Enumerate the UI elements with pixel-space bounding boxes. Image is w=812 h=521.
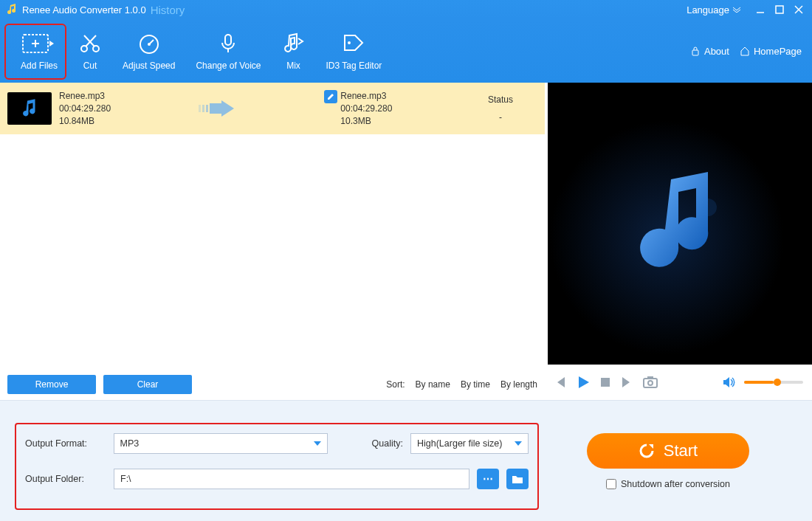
sort-by-name[interactable]: By name: [416, 379, 450, 390]
about-link[interactable]: About: [690, 46, 729, 57]
mix-label: Mix: [286, 61, 300, 71]
svg-rect-21: [210, 103, 221, 114]
svg-rect-20: [206, 105, 208, 112]
app-title: Renee Audio Converter 1.0.0: [22, 4, 146, 15]
svg-rect-14: [225, 35, 231, 45]
svg-point-26: [648, 381, 653, 385]
dest-filename: Renee.mp3: [340, 90, 392, 103]
dest-file-info: Renee.mp3 00:04:29.280 10.3MB: [340, 90, 392, 128]
arrow-icon: [182, 97, 253, 120]
chevron-down-icon: [314, 441, 321, 446]
quality-value: High(Larger file size): [417, 438, 502, 449]
svg-point-13: [148, 43, 151, 46]
id3-label: ID3 Tag Editor: [326, 61, 382, 71]
chevron-down-icon: [515, 441, 522, 446]
minimize-button[interactable]: [753, 2, 768, 17]
history-link[interactable]: History: [151, 4, 185, 16]
output-folder-input[interactable]: F:\: [114, 469, 469, 489]
status-value: -: [499, 112, 502, 123]
refresh-icon: [639, 443, 655, 459]
file-thumbnail: [7, 92, 52, 125]
svg-rect-1: [776, 6, 783, 13]
adjust-speed-label: Adjust Speed: [123, 61, 175, 71]
svg-rect-24: [601, 378, 610, 387]
scissors-icon: [78, 31, 102, 56]
svg-rect-17: [692, 50, 698, 55]
mix-icon: [282, 31, 306, 56]
filmstrip-add-icon: [21, 31, 57, 56]
file-row[interactable]: Renee.mp3 00:04:29.280 10.84MB Renee.mp3…: [0, 83, 545, 134]
source-file-info: Renee.mp3 00:04:29.280 10.84MB: [59, 90, 111, 128]
output-format-label: Output Format:: [25, 438, 106, 449]
start-button[interactable]: Start: [587, 433, 749, 469]
snapshot-button[interactable]: [642, 376, 658, 389]
change-voice-label: Change of Voice: [196, 61, 261, 71]
app-icon: [6, 4, 18, 15]
shutdown-checkbox-row[interactable]: Shutdown after conversion: [606, 479, 730, 489]
edit-icon[interactable]: [324, 90, 337, 103]
volume-slider[interactable]: [744, 381, 803, 384]
lock-icon: [690, 46, 701, 56]
maximize-button[interactable]: [772, 2, 787, 17]
adjust-speed-button[interactable]: Adjust Speed: [112, 19, 185, 83]
quality-select[interactable]: High(Larger file size): [410, 433, 529, 454]
homepage-label: HomePage: [754, 46, 802, 57]
next-button[interactable]: [620, 376, 633, 389]
remove-button[interactable]: Remove: [7, 375, 96, 394]
id3-editor-button[interactable]: ID3 Tag Editor: [316, 19, 393, 83]
change-voice-button[interactable]: Change of Voice: [185, 19, 271, 83]
sort-label: Sort:: [386, 379, 405, 390]
status-header: Status: [464, 94, 537, 105]
preview-area: [545, 83, 812, 365]
sort-by-time[interactable]: By time: [461, 379, 490, 390]
source-filename: Renee.mp3: [59, 90, 111, 103]
tag-icon: [342, 31, 365, 56]
sort-by-length[interactable]: By length: [500, 379, 537, 390]
dest-duration: 00:04:29.280: [340, 103, 392, 115]
svg-rect-27: [647, 376, 653, 379]
svg-point-16: [348, 41, 351, 44]
output-folder-value: F:\: [120, 474, 131, 484]
svg-rect-19: [202, 105, 204, 112]
close-button[interactable]: [791, 2, 806, 17]
mix-button[interactable]: Mix: [272, 19, 316, 83]
output-folder-label: Output Folder:: [25, 474, 106, 484]
start-label: Start: [664, 441, 698, 460]
cut-button[interactable]: Cut: [68, 19, 112, 83]
svg-line-9: [86, 35, 96, 46]
speedometer-icon: [137, 31, 161, 56]
output-format-value: MP3: [120, 438, 140, 449]
play-button[interactable]: [576, 375, 591, 390]
shutdown-checkbox[interactable]: [606, 479, 616, 489]
volume-icon[interactable]: [722, 376, 735, 388]
language-label: Language: [687, 4, 729, 15]
browse-folder-button[interactable]: [506, 469, 529, 489]
folder-icon: [512, 474, 523, 484]
clear-button[interactable]: Clear: [103, 375, 192, 394]
cut-label: Cut: [83, 61, 97, 71]
add-files-label: Add Files: [21, 61, 58, 71]
source-duration: 00:04:29.280: [59, 103, 111, 115]
add-files-button[interactable]: Add Files: [10, 19, 68, 83]
quality-label: Quality:: [372, 438, 403, 449]
source-size: 10.84MB: [59, 115, 111, 128]
homepage-link[interactable]: HomePage: [740, 46, 802, 57]
microphone-icon: [216, 31, 240, 56]
prev-button[interactable]: [554, 376, 567, 389]
home-icon: [740, 46, 750, 56]
language-selector[interactable]: Language: [687, 4, 741, 15]
svg-rect-25: [644, 379, 657, 387]
shutdown-label: Shutdown after conversion: [621, 479, 730, 489]
about-label: About: [704, 46, 729, 57]
svg-line-10: [84, 35, 94, 46]
stop-button[interactable]: [599, 376, 611, 388]
svg-rect-18: [199, 105, 201, 112]
chevron-down-icon: [732, 7, 741, 13]
more-options-button[interactable]: ⋯: [477, 469, 499, 489]
dest-size: 10.3MB: [340, 115, 392, 128]
output-format-select[interactable]: MP3: [114, 433, 328, 454]
